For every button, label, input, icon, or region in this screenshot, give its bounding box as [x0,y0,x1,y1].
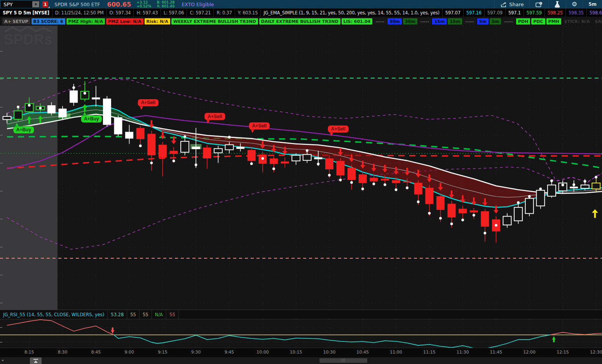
line-purple_dash_lower [7,167,602,249]
a-plus-sell-label: A+Sell [328,125,349,136]
change-percent: +0.52% [136,4,151,8]
chevron-down-icon[interactable]: ▼ [32,1,39,7]
svg-text:A+Sell: A+Sell [208,114,222,119]
ohlc-cell: 597.09 [485,9,506,17]
svg-text:A+Buy: A+Buy [84,116,99,122]
setup-status-bar: A+ SETUPB3 SCORE: 6PMZ High: N/APMZ Low:… [0,17,602,26]
rsi-line-segment [7,320,114,335]
rsi-pane[interactable] [0,319,602,348]
ohlc-cell: H: 597.43 [134,9,161,17]
alert-flag-badge[interactable]: 1 [42,1,48,7]
rsi-header-cell: 53.28 [108,310,127,319]
time-axis-label: 9:00 [121,350,138,355]
status-badge: PMH [546,18,561,24]
tab-bar-icon [33,359,38,360]
status-badge: ----- [419,18,431,24]
status-badge: ----- [373,18,386,24]
rsi-header-cell: N/A [152,310,166,319]
ohlc-cell: R: 0.37 [214,9,235,17]
svg-text:A+Sell: A+Sell [252,123,267,129]
exto-eligible-label: EXTO Eligible [181,2,214,7]
status-badge: PMZ High: N/A [66,18,105,24]
time-axis-label: 12:30 [588,350,602,355]
time-axis-label: 9:15 [154,350,171,355]
main-chart-pane[interactable]: SPDRs A+Buy A+Buy A+Sell A+Sell A+Sell A… [0,26,602,310]
symbol-input[interactable]: SPY ▼ [1,1,40,8]
grid-layer [0,26,602,310]
status-badge: 30m [403,18,417,24]
time-axis-label: 11:30 [454,350,471,355]
ohlc-cell: 597.07 [443,9,464,17]
status-badge: WEEKLY EXTREME BULLISH TR3ND [171,18,258,24]
rsi-header-cell: 55 [140,310,152,319]
ohlc-cell: Y: 603.15 [235,9,261,17]
time-axis-label: 11:45 [487,350,504,355]
ohlc-cell: O: 597.34 [107,9,134,17]
rsi-header-cell: JG_RSI_55 (14, 55, 55, CLOSE, WILDERS, y… [0,310,108,319]
status-badge: A+ SETUP [2,18,30,24]
time-axis-label: 8:30 [54,350,71,355]
status-badge: 15m [448,18,462,24]
time-axis-label: 10:30 [321,350,338,355]
rsi-line-segment [114,335,550,348]
rsi-line-segment [550,332,602,335]
settings-button[interactable]: ⚙ [566,0,583,9]
main-chart-svg[interactable]: SPDRs A+Buy A+Buy A+Sell A+Sell A+Sell A… [0,26,602,310]
ohlc-cell: SPY 5 D 5m [NYSE] [0,9,52,17]
line-purple_solid [7,116,602,169]
ohlc-status-bar: SPY 5 D 5m [NYSE]D: 11/25/24, 12:50 PMO:… [0,9,602,17]
tab-triangle-icon [34,361,38,363]
lab-flask-icon [554,1,560,8]
time-axis-label: 10:15 [288,350,305,355]
bid-ask-block: B: 601.28 A: 601.40 [157,0,174,8]
status-badge: DAILY EXTREME BULLISH TR3ND [259,18,340,24]
ohlc-cell: JG_EMA_SIMPLE (1, 9, 15, 21, yes, 50, 20… [261,9,442,17]
toolbar-right-group: Share ⚙ 5m [494,0,602,9]
share-icon [500,1,507,8]
share-label: Share [509,2,524,7]
status-badge: LIS: 601.04 [342,18,373,24]
analyze-button[interactable] [549,0,566,9]
a-plus-sell-label: A+Sell [249,122,270,133]
scroll-left-arrow-icon[interactable]: ◂ [2,358,3,362]
share-button[interactable]: Share [495,0,529,9]
time-axis-label: 8:45 [87,350,105,355]
ohlc-cell: 598.35 [566,9,587,17]
ask-value: A: 601.40 [157,4,174,8]
rsi-chart-svg[interactable] [0,319,602,348]
status-badge: Risk: N/A [145,18,170,24]
change-block: +3.12 +0.52% [136,0,151,8]
report-button[interactable] [530,0,548,9]
ohlc-cell: 598.65 [587,9,602,17]
status-badge: 5m [490,18,501,24]
status-badge: ----- [502,18,515,24]
a-plus-sell-label: A+Sell [204,113,225,124]
gear-icon: ⚙ [572,1,577,7]
rsi-header-cell: 55 [166,310,179,319]
scrollbar-thumb[interactable]: ||| [319,358,367,363]
time-axis-label: 11:00 [387,350,405,355]
status-badge: $TICK: N/A [562,18,592,24]
status-badge: ----- [463,18,476,24]
ohlc-cell: D: 11/25/24, 12:50 PM [52,9,107,17]
instrument-name: SPDR S&P 500 ETF [54,2,100,7]
scroll-top-tab-button[interactable] [30,357,42,364]
rsi-up-arrow [552,336,556,342]
chart-scrollbar[interactable]: ◂ ||| [0,357,602,364]
ohlc-cell: 597.16 [464,9,485,17]
last-price: 600.65 [107,1,131,8]
svg-text:SPDRs: SPDRs [4,31,52,47]
rsi-header-cell: 55 [127,310,140,319]
time-axis-label: 12:00 [521,350,538,355]
a-plus-sell-label: A+Sell [138,99,159,110]
status-badge: 30m [387,18,402,24]
time-axis-label: 9:30 [187,350,204,355]
ohlc-cell: 597.59 [524,9,545,17]
status-badge: PMZ Low: N/A [106,18,143,24]
timeframe-selector[interactable]: 5m [583,2,602,7]
time-axis-label: 9:45 [221,350,238,355]
ohlc-cell: 597.1 [506,9,524,17]
yellow-up-arrow [592,209,598,218]
status-badge: 5m [477,18,489,24]
status-badge: B3 SCORE: 6 [31,18,65,24]
